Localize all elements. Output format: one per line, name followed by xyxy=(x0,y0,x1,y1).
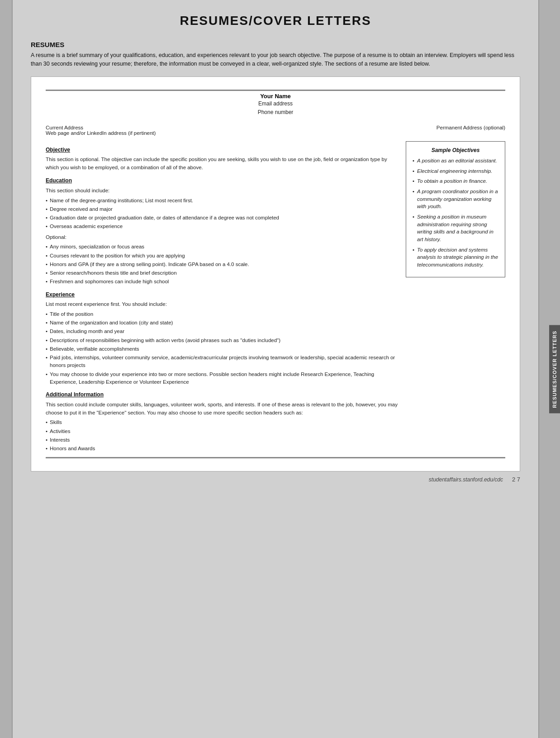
sidebar-label: RESUMES/COVER LETTERS xyxy=(549,325,560,413)
additional-text: This section could include computer skil… xyxy=(46,401,401,417)
exp-bullet-3: Dates, including month and year xyxy=(46,328,401,335)
add-bullet-4: Honors and Awards xyxy=(46,445,401,452)
edu-bullet-3: Graduation date or projected graduation … xyxy=(46,214,401,222)
bottom-divider xyxy=(46,457,505,458)
obj-item-5: Seeking a position in museum administrat… xyxy=(413,213,498,243)
education-intro: This section should include: xyxy=(46,187,401,195)
opt-bullet-1: Any minors, specialization or focus area… xyxy=(46,243,401,251)
resume-left-column: Objective This section is optional. The … xyxy=(46,141,406,456)
optional-bullets: Any minors, specialization or focus area… xyxy=(46,243,401,286)
obj-item-1: A position as an editorial assistant. xyxy=(413,157,498,165)
permanent-address: Permanent Address (optional) xyxy=(437,125,505,136)
add-bullet-2: Activities xyxy=(46,428,401,435)
exp-bullet-1: Title of the position xyxy=(46,310,401,318)
exp-bullet-2: Name of the organization and location (c… xyxy=(46,319,401,327)
web-address: Web page and/or LinkedIn address (if per… xyxy=(46,130,156,136)
resumes-heading: RESUMES xyxy=(31,41,520,48)
footer: studentaffairs.stanford.edu/cdc 2 7 xyxy=(31,476,520,483)
resume-email: Email address xyxy=(46,100,505,108)
additional-title: Additional Information xyxy=(46,390,401,399)
footer-url: studentaffairs.stanford.edu/cdc xyxy=(429,476,503,483)
objective-text: This section is optional. The objective … xyxy=(46,156,401,172)
edu-bullet-2: Degree received and major xyxy=(46,205,401,213)
top-divider xyxy=(46,90,505,91)
left-border xyxy=(0,0,13,738)
exp-bullet-6: Paid jobs, internships, volunteer commun… xyxy=(46,354,401,370)
right-border: RESUMES/COVER LETTERS xyxy=(538,0,560,738)
obj-item-2: Electrical engineering internship. xyxy=(413,167,498,175)
resume-name: Your Name xyxy=(46,93,505,100)
sample-objectives-box: Sample Objectives A position as an edito… xyxy=(406,141,505,277)
exp-bullet-4: Descriptions of responsibilities beginni… xyxy=(46,337,401,344)
resume-header: Your Name Email address Phone number xyxy=(46,93,505,117)
obj-item-3: To obtain a position in finance. xyxy=(413,177,498,185)
page-title: RESUMES/COVER LETTERS xyxy=(31,14,520,28)
current-address-block: Current Address Web page and/or LinkedIn… xyxy=(46,125,156,136)
current-address: Current Address xyxy=(46,125,156,130)
resume-body: Objective This section is optional. The … xyxy=(46,141,505,456)
experience-title: Experience xyxy=(46,290,401,299)
additional-bullets: Skills Activities Interests Honors and A… xyxy=(46,419,401,452)
intro-paragraph: A resume is a brief summary of your qual… xyxy=(31,51,520,68)
sample-objectives-title: Sample Objectives xyxy=(413,147,498,153)
education-bullets: Name of the degree-granting institutions… xyxy=(46,197,401,231)
exp-bullet-7: You may choose to divide your experience… xyxy=(46,371,401,386)
main-content: RESUMES/COVER LETTERS RESUMES A resume i… xyxy=(13,0,538,738)
edu-bullet-4: Overseas academic experience xyxy=(46,223,401,230)
sample-objectives-list: A position as an editorial assistant. El… xyxy=(413,157,498,269)
resume-document: Your Name Email address Phone number Cur… xyxy=(31,76,520,472)
edu-bullet-1: Name of the degree-granting institutions… xyxy=(46,197,401,205)
resume-right-column: Sample Objectives A position as an edito… xyxy=(406,141,505,456)
education-title: Education xyxy=(46,176,401,185)
experience-bullets: Title of the position Name of the organi… xyxy=(46,310,401,386)
opt-bullet-2: Courses relevant to the position for whi… xyxy=(46,252,401,260)
experience-intro: List most recent experience first. You s… xyxy=(46,300,401,309)
add-bullet-3: Interests xyxy=(46,436,401,444)
opt-bullet-4: Senior research/honors thesis title and … xyxy=(46,269,401,277)
optional-label: Optional: xyxy=(46,233,401,242)
objective-title: Objective xyxy=(46,146,401,154)
footer-page: 2 7 xyxy=(512,476,520,483)
obj-item-6: To apply decision and systems analysis t… xyxy=(413,246,498,269)
opt-bullet-3: Honors and GPA (if they are a strong sel… xyxy=(46,261,401,268)
resume-phone: Phone number xyxy=(46,108,505,117)
add-bullet-1: Skills xyxy=(46,419,401,426)
address-row: Current Address Web page and/or LinkedIn… xyxy=(46,125,505,136)
obj-item-4: A program coordinator position in a comm… xyxy=(413,188,498,210)
exp-bullet-5: Believable, verifiable accomplishments xyxy=(46,345,401,353)
opt-bullet-5: Freshmen and sophomores can include high… xyxy=(46,278,401,286)
